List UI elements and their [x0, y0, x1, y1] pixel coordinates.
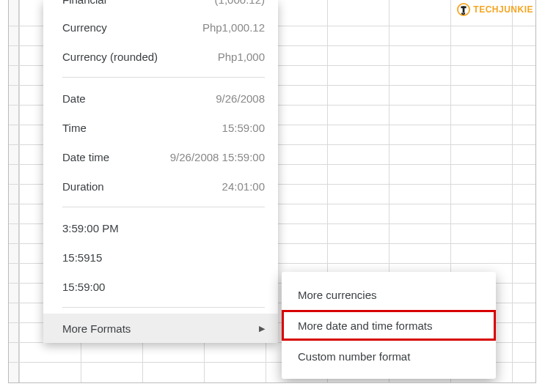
menu-separator: [62, 307, 265, 308]
more-formats-label: More Formats: [62, 322, 131, 335]
format-label: 15:59:00: [62, 281, 105, 293]
format-label: 3:59:00 PM: [62, 222, 119, 234]
app-window: Financial (1,000.12) Currency Php1,000.1…: [8, 0, 536, 383]
format-label: Currency: [62, 21, 107, 34]
menu-separator: [62, 77, 265, 78]
format-option-time[interactable]: Time 15:59:00: [43, 113, 278, 142]
format-option-custom-2[interactable]: 15:5915: [43, 243, 278, 272]
format-label: Date time: [62, 151, 109, 163]
format-example: (1,000.12): [215, 0, 265, 6]
format-example: 24:01:00: [222, 180, 265, 193]
format-option-currency-rounded[interactable]: Currency (rounded) Php1,000: [43, 42, 278, 71]
submenu-label: More date and time formats: [298, 319, 432, 332]
submenu-custom-number-format[interactable]: Custom number format: [282, 341, 496, 371]
format-example: Php1,000: [218, 51, 265, 63]
submenu-label: Custom number format: [298, 350, 410, 363]
format-option-custom-1[interactable]: 3:59:00 PM: [43, 213, 278, 243]
submenu-more-date-time-formats[interactable]: More date and time formats: [282, 310, 496, 341]
submenu-more-currencies[interactable]: More currencies: [282, 279, 496, 310]
format-label: 15:5915: [62, 251, 102, 264]
format-label: Duration: [62, 180, 104, 193]
format-example: 15:59:00: [222, 122, 265, 134]
format-option-custom-3[interactable]: 15:59:00: [43, 272, 278, 301]
format-label: Date: [62, 92, 86, 105]
format-option-currency[interactable]: Currency Php1,000.12: [43, 12, 278, 42]
more-formats-submenu: More currencies More date and time forma…: [282, 272, 496, 379]
watermark: TECHJUNKIE: [457, 3, 533, 16]
menu-separator: [62, 207, 265, 207]
format-example: 9/26/2008: [216, 92, 265, 105]
format-option-date-time[interactable]: Date time 9/26/2008 15:59:00: [43, 142, 278, 171]
more-formats-item[interactable]: More Formats ▶: [43, 314, 278, 343]
chevron-right-icon: ▶: [259, 324, 265, 333]
watermark-text: TECHJUNKIE: [473, 4, 533, 15]
techjunkie-logo-icon: [457, 3, 470, 16]
format-example: Php1,000.12: [202, 21, 265, 34]
format-label: Time: [62, 122, 87, 134]
row-header-gutter: [9, 0, 19, 382]
format-label: Financial: [62, 0, 106, 6]
svg-rect-2: [463, 7, 465, 13]
submenu-label: More currencies: [298, 289, 377, 301]
format-example: 9/26/2008 15:59:00: [170, 151, 265, 163]
format-label: Currency (rounded): [62, 51, 158, 63]
format-option-date[interactable]: Date 9/26/2008: [43, 84, 278, 113]
format-option-duration[interactable]: Duration 24:01:00: [43, 171, 278, 201]
format-option-financial[interactable]: Financial (1,000.12): [43, 0, 278, 12]
number-format-menu: Financial (1,000.12) Currency Php1,000.1…: [43, 0, 278, 343]
